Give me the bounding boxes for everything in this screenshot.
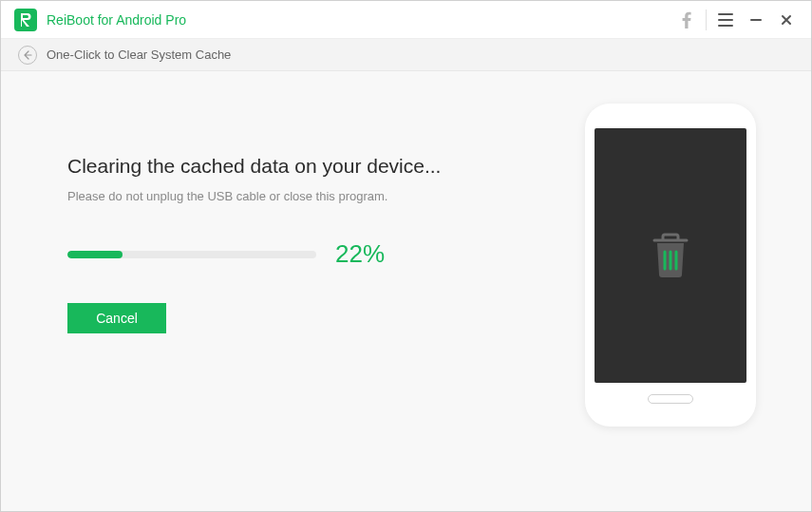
arrow-left-icon <box>23 50 32 60</box>
close-button[interactable] <box>771 5 802 35</box>
titlebar: ReiBoot for Android Pro <box>1 1 811 39</box>
app-logo <box>14 9 37 31</box>
device-screen <box>595 128 746 383</box>
progress-fill <box>67 251 123 258</box>
logo-r-icon <box>19 12 32 28</box>
separator <box>706 9 707 30</box>
back-button[interactable] <box>18 46 37 65</box>
progress-bar <box>67 251 316 258</box>
progress-heading: Clearing the cached data on your device.… <box>67 155 466 178</box>
breadcrumb-bar: One-Click to Clear System Cache <box>1 39 811 71</box>
main-content: Clearing the cached data on your device.… <box>1 71 811 512</box>
device-illustration <box>585 104 756 427</box>
minimize-button[interactable] <box>741 5 771 35</box>
app-title: ReiBoot for Android Pro <box>47 12 671 28</box>
progress-row: 22% <box>67 239 466 269</box>
titlebar-controls <box>671 5 802 35</box>
breadcrumb-text: One-Click to Clear System Cache <box>47 47 231 62</box>
facebook-icon[interactable] <box>671 5 702 35</box>
trash-icon <box>649 231 692 280</box>
progress-subtext: Please do not unplug the USB cable or cl… <box>67 189 466 203</box>
progress-percent-label: 22% <box>335 239 385 269</box>
menu-icon[interactable] <box>710 5 741 35</box>
progress-panel: Clearing the cached data on your device.… <box>67 155 466 333</box>
device-home-button <box>648 394 693 404</box>
cancel-button[interactable]: Cancel <box>67 303 166 333</box>
